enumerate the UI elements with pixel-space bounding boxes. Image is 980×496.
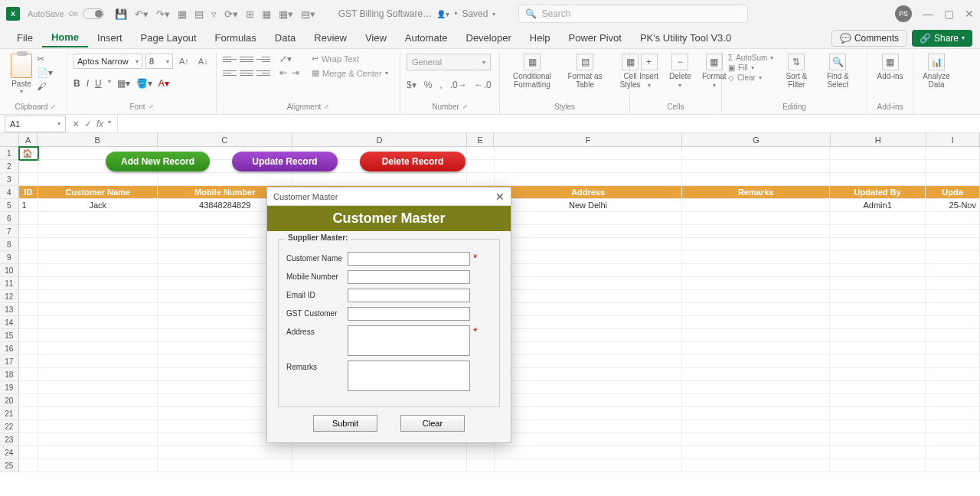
redo-icon[interactable]: ↷▾: [156, 8, 170, 20]
cell[interactable]: [19, 407, 39, 420]
cell[interactable]: [830, 160, 926, 173]
cell[interactable]: [19, 277, 39, 290]
cell[interactable]: [926, 173, 980, 186]
row-header[interactable]: 5: [0, 199, 19, 212]
tab-formulas[interactable]: Formulas: [206, 29, 266, 47]
name-box[interactable]: A1▾: [5, 116, 66, 132]
wrap-text-button[interactable]: ↩Wrap Text: [312, 54, 388, 64]
qat-icon[interactable]: ▤: [194, 8, 204, 20]
cut-icon[interactable]: ✂: [37, 54, 53, 64]
comments-button[interactable]: 💬Comments: [831, 30, 907, 47]
cell[interactable]: [19, 303, 39, 316]
cell[interactable]: [38, 420, 158, 433]
shrink-font-icon[interactable]: A↓: [195, 55, 211, 67]
underline-icon[interactable]: U: [95, 78, 102, 89]
decrease-decimal-icon[interactable]: ←.0: [475, 80, 492, 90]
column-header[interactable]: G: [682, 133, 830, 146]
cell[interactable]: [292, 459, 467, 472]
cell[interactable]: [38, 433, 158, 446]
minimize-icon[interactable]: —: [923, 8, 933, 20]
cell[interactable]: [495, 420, 682, 433]
cell[interactable]: [158, 173, 292, 186]
clear-button[interactable]: Clear: [400, 415, 465, 432]
undo-icon[interactable]: ↶▾: [135, 8, 149, 20]
comma-icon[interactable]: ,: [439, 80, 442, 90]
qat-icon[interactable]: ▦▾: [279, 8, 293, 20]
row-header[interactable]: 24: [0, 446, 19, 459]
cell[interactable]: [682, 173, 830, 186]
cell[interactable]: [467, 147, 495, 160]
cell[interactable]: [830, 251, 926, 264]
cell[interactable]: [830, 264, 926, 277]
tab-data[interactable]: Data: [266, 29, 305, 47]
cell[interactable]: [495, 329, 682, 342]
maximize-icon[interactable]: ▢: [944, 8, 954, 20]
tab-pk-utility[interactable]: PK's Utility Tool V3.0: [631, 29, 740, 47]
cell[interactable]: [830, 290, 926, 303]
cell[interactable]: [926, 342, 980, 355]
row-header[interactable]: 6: [0, 212, 19, 225]
cell[interactable]: [38, 355, 158, 368]
dialog-titlebar[interactable]: Customer Master ✕: [267, 188, 511, 206]
cell[interactable]: [830, 316, 926, 329]
cell[interactable]: [19, 446, 39, 459]
row-header[interactable]: 1: [0, 147, 19, 160]
row-header[interactable]: 21: [0, 407, 19, 420]
addins-button[interactable]: ▦Add-ins: [874, 54, 906, 80]
cell[interactable]: [926, 264, 980, 277]
cell[interactable]: [830, 459, 926, 472]
cell[interactable]: [38, 329, 158, 342]
font-color-icon[interactable]: A▾: [158, 78, 169, 89]
insert-cells-button[interactable]: +Insert▾: [636, 54, 662, 89]
cell[interactable]: [38, 342, 158, 355]
cell[interactable]: 1: [19, 199, 39, 212]
cell[interactable]: [495, 433, 682, 446]
cancel-formula-icon[interactable]: ✕: [72, 119, 80, 129]
cell[interactable]: [830, 381, 926, 394]
cell[interactable]: [926, 394, 980, 407]
fill-button[interactable]: ▣Fill▾: [728, 64, 773, 72]
cell[interactable]: [19, 316, 39, 329]
tab-view[interactable]: View: [356, 29, 396, 47]
cell[interactable]: [830, 368, 926, 381]
increase-indent-icon[interactable]: ⇥: [292, 67, 299, 78]
cell[interactable]: [682, 199, 830, 212]
select-all-corner[interactable]: [0, 133, 19, 146]
row-header[interactable]: 15: [0, 329, 19, 342]
row-header[interactable]: 10: [0, 264, 19, 277]
cell[interactable]: [495, 394, 682, 407]
cell[interactable]: [495, 381, 682, 394]
cell[interactable]: Jack: [38, 199, 158, 212]
cell[interactable]: [682, 433, 830, 446]
cell[interactable]: [38, 316, 158, 329]
customer-name-input[interactable]: [348, 252, 470, 266]
format-painter-icon[interactable]: 🖌: [37, 81, 53, 92]
format-as-table-button[interactable]: ▤Format as Table: [563, 54, 607, 89]
column-header[interactable]: F: [494, 133, 682, 146]
cell[interactable]: [38, 225, 158, 238]
cell[interactable]: [19, 160, 39, 173]
column-header[interactable]: I: [926, 133, 980, 146]
tab-home[interactable]: Home: [42, 28, 88, 47]
cell[interactable]: Upda: [926, 186, 980, 199]
cell[interactable]: [19, 459, 39, 472]
font-name-select[interactable]: Aptos Narrow▾: [74, 54, 142, 69]
row-header[interactable]: 3: [0, 173, 19, 186]
cell[interactable]: [495, 173, 682, 186]
paste-button[interactable]: Paste ▾: [11, 54, 32, 95]
cell[interactable]: [38, 277, 158, 290]
cell[interactable]: [682, 212, 830, 225]
row-header[interactable]: 7: [0, 225, 19, 238]
email-id-input[interactable]: [348, 289, 470, 302]
row-header[interactable]: 18: [0, 368, 19, 381]
cell[interactable]: [926, 381, 980, 394]
cell[interactable]: [926, 251, 980, 264]
cell[interactable]: [830, 225, 926, 238]
cell[interactable]: [682, 147, 830, 160]
cell[interactable]: [682, 264, 830, 277]
row-header[interactable]: 14: [0, 316, 19, 329]
cell[interactable]: [38, 459, 158, 472]
delete-cells-button[interactable]: −Delete▾: [666, 54, 694, 89]
cell[interactable]: [830, 212, 926, 225]
cell[interactable]: [19, 225, 39, 238]
